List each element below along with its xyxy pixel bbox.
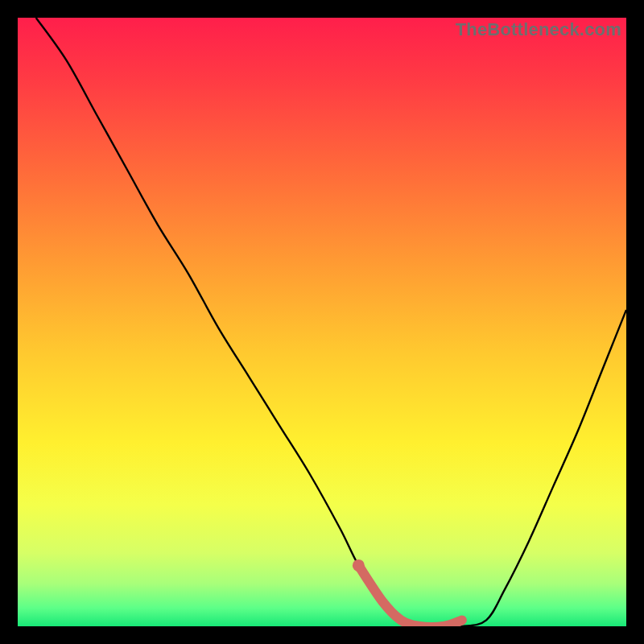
highlight-start-dot <box>353 559 365 572</box>
chart-frame: TheBottleneck.com <box>18 18 626 626</box>
highlight-segment <box>358 565 462 626</box>
bottleneck-curve <box>36 18 626 626</box>
watermark-text: TheBottleneck.com <box>456 19 621 40</box>
plot-area: TheBottleneck.com <box>18 18 626 626</box>
chart-svg <box>18 18 626 626</box>
